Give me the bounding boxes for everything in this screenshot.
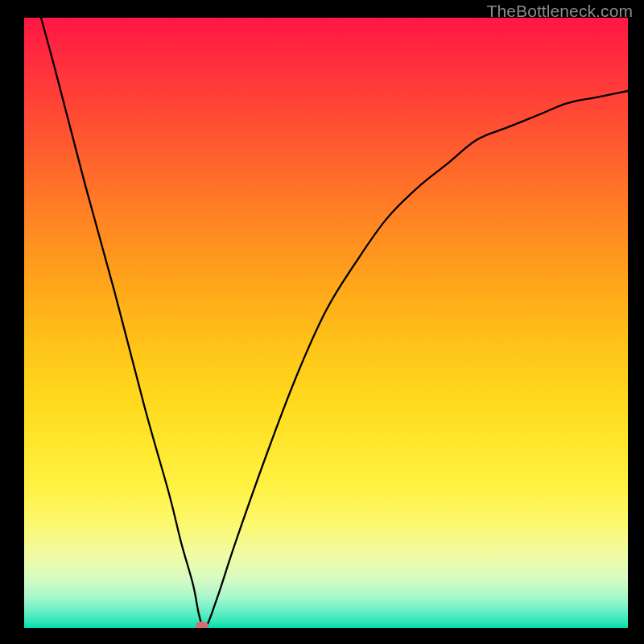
plot-area	[24, 18, 628, 628]
chart-frame: TheBottleneck.com	[0, 0, 644, 644]
minimum-marker	[196, 621, 208, 628]
curve-svg	[24, 18, 628, 628]
bottleneck-curve	[24, 18, 628, 628]
watermark-text: TheBottleneck.com	[487, 2, 633, 21]
